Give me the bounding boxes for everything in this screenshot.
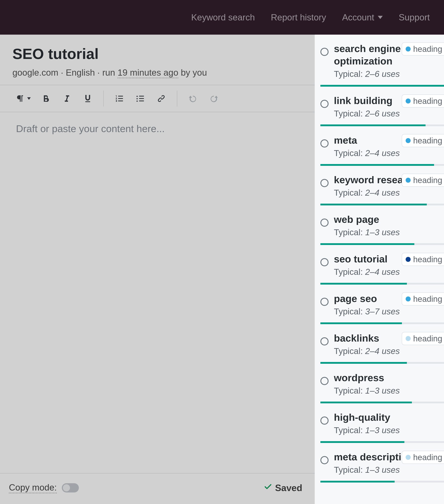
keyword-radio[interactable]: [320, 100, 329, 108]
keyword-radio[interactable]: [320, 48, 329, 56]
keyword-item: keyword researchTypical: 2–4 usesheading: [315, 166, 444, 205]
meta-author: by you: [181, 68, 207, 78]
unordered-list-button[interactable]: [131, 91, 149, 106]
keyword-progress-fill: [320, 402, 412, 403]
keyword-usage: Typical: 1–3 uses: [334, 386, 444, 396]
keyword-item: web pageTypical: 1–3 uses: [315, 205, 444, 245]
keyword-progress-fill: [320, 481, 395, 483]
bold-button[interactable]: [37, 91, 55, 106]
keyword-radio[interactable]: [320, 218, 329, 227]
link-button[interactable]: [152, 91, 170, 106]
keyword-progress-fill: [320, 362, 407, 364]
keyword-progress-fill: [320, 85, 444, 87]
keyword-progress: [320, 125, 444, 126]
redo-button[interactable]: [205, 91, 223, 106]
toggle-knob: [63, 484, 70, 491]
nav-report-history[interactable]: Report history: [271, 12, 326, 22]
redo-icon: [209, 94, 219, 103]
italic-icon: [62, 94, 72, 103]
undo-icon: [188, 94, 198, 103]
badge-label: heading: [413, 452, 442, 462]
nav-account-label: Account: [342, 12, 374, 22]
content-editor[interactable]: Draft or paste your content here...: [0, 112, 315, 473]
page-title: SEO tutorial: [12, 45, 302, 62]
copy-mode-toggle[interactable]: [62, 483, 79, 492]
chevron-down-icon: [378, 16, 383, 19]
heading-badge[interactable]: heading: [402, 42, 444, 55]
editor-footer: Copy mode: Saved: [0, 473, 315, 504]
keyword-usage: Typical: 2–4 uses: [334, 148, 444, 158]
keyword-list: search engine optimizationTypical: 2–6 u…: [315, 35, 444, 483]
underline-icon: [83, 94, 92, 103]
keyword-progress-fill: [320, 283, 407, 285]
keyword-radio[interactable]: [320, 258, 329, 266]
keyword-term[interactable]: wordpress: [334, 372, 444, 384]
keyword-progress-fill: [320, 243, 414, 245]
keyword-progress-fill: [320, 164, 434, 166]
badge-label: heading: [413, 96, 442, 106]
keyword-progress: [320, 164, 444, 166]
toolbar-separator: [177, 90, 177, 107]
meta-domain: google.com: [12, 68, 58, 78]
keyword-usage: Typical: 2–6 uses: [334, 109, 444, 118]
badge-label: heading: [413, 136, 442, 145]
heading-badge[interactable]: heading: [402, 253, 444, 266]
ordered-list-button[interactable]: [111, 91, 128, 106]
editor-toolbar: [0, 85, 315, 112]
unordered-list-icon: [135, 94, 145, 103]
keyword-progress: [320, 441, 444, 443]
keyword-usage: Typical: 1–3 uses: [334, 425, 444, 435]
badge-dot-icon: [406, 178, 411, 183]
keyword-usage: Typical: 3–7 uses: [334, 306, 444, 316]
keyword-item: backlinksTypical: 2–4 usesheading: [315, 324, 444, 364]
keyword-progress-fill: [320, 204, 427, 205]
keyword-radio[interactable]: [320, 337, 329, 345]
keyword-progress: [320, 283, 444, 285]
badge-dot-icon: [406, 138, 411, 143]
keyword-item: wordpressTypical: 1–3 uses: [315, 364, 444, 403]
nav-support[interactable]: Support: [399, 12, 430, 22]
nav-keyword-search[interactable]: Keyword search: [191, 12, 255, 22]
keyword-radio[interactable]: [320, 456, 329, 464]
undo-button[interactable]: [184, 91, 202, 106]
keyword-progress: [320, 322, 444, 324]
heading-badge[interactable]: heading: [402, 332, 444, 345]
heading-badge[interactable]: heading: [402, 174, 444, 187]
keyword-item: high-qualityTypical: 1–3 uses: [315, 403, 444, 443]
check-icon: [264, 483, 272, 493]
saved-label: Saved: [275, 483, 302, 493]
keyword-item: metaTypical: 2–4 usesheading: [315, 126, 444, 166]
keyword-term[interactable]: high-quality: [334, 411, 444, 424]
keyword-usage: Typical: 2–4 uses: [334, 346, 444, 356]
pilcrow-icon: [16, 94, 25, 103]
keyword-progress: [320, 204, 444, 205]
keyword-radio[interactable]: [320, 416, 329, 425]
meta-timestamp[interactable]: 19 minutes ago: [118, 68, 178, 78]
keyword-radio[interactable]: [320, 179, 329, 187]
keyword-progress-fill: [320, 125, 426, 126]
heading-badge[interactable]: heading: [402, 451, 444, 464]
heading-badge[interactable]: heading: [402, 94, 444, 108]
paragraph-format-button[interactable]: [12, 91, 34, 106]
italic-button[interactable]: [58, 91, 76, 106]
heading-badge[interactable]: heading: [402, 292, 444, 306]
keyword-term[interactable]: web page: [334, 213, 444, 226]
badge-label: heading: [413, 44, 442, 54]
keyword-progress: [320, 402, 444, 403]
keyword-sidebar: search engine optimizationTypical: 2–6 u…: [315, 35, 444, 504]
editor-pane: SEO tutorial google.com · English · run …: [0, 35, 315, 504]
keyword-item: link buildingTypical: 2–6 usesheading: [315, 87, 444, 126]
nav-account[interactable]: Account: [342, 12, 383, 22]
keyword-radio[interactable]: [320, 139, 329, 147]
ordered-list-icon: [114, 94, 124, 103]
copy-mode-label: Copy mode:: [9, 482, 57, 493]
keyword-progress-fill: [320, 441, 404, 443]
keyword-radio[interactable]: [320, 377, 329, 385]
save-status: Saved: [264, 483, 302, 493]
heading-badge[interactable]: heading: [402, 134, 444, 147]
keyword-radio[interactable]: [320, 298, 329, 306]
underline-button[interactable]: [79, 91, 97, 106]
keyword-progress: [320, 85, 444, 87]
badge-dot-icon: [406, 257, 411, 262]
keyword-item: page seoTypical: 3–7 usesheading: [315, 285, 444, 324]
